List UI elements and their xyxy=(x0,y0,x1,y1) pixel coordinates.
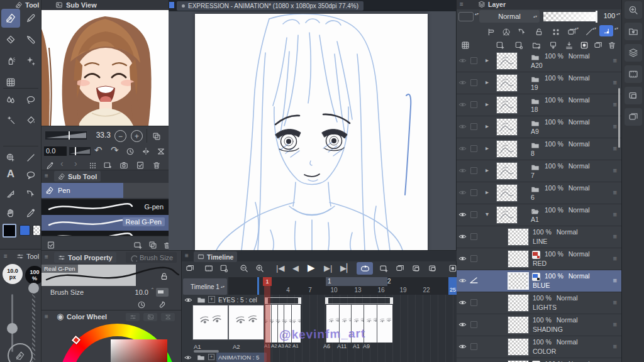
lock-layer-icon[interactable] xyxy=(532,25,546,39)
layer-menu-icon[interactable]: ≡ xyxy=(613,123,617,130)
animation-panel-icon[interactable] xyxy=(625,65,642,83)
layer-checkbox[interactable] xyxy=(470,343,477,350)
layer-property-panel-icon[interactable] xyxy=(625,108,642,126)
sub-view-panel-header[interactable]: Sub View xyxy=(42,0,169,10)
layer-thumbnail[interactable] xyxy=(496,184,518,202)
layer-checkbox[interactable] xyxy=(470,145,477,152)
brush-size-indicator[interactable]: 10.0px xyxy=(3,264,23,284)
layer-row[interactable]: ▸ 100 %Normal 18 ≡ xyxy=(457,94,621,116)
layer-thumbnail[interactable] xyxy=(496,52,518,70)
chevron-right-icon[interactable]: ▸ xyxy=(486,123,489,129)
rotate-right-icon[interactable]: ↷ xyxy=(111,145,119,156)
opacity-slider-knob[interactable] xyxy=(28,283,39,293)
canvas[interactable] xyxy=(195,14,428,250)
subview-switch-icon[interactable] xyxy=(150,129,164,143)
rotate-value[interactable]: 0.0 xyxy=(44,146,67,156)
expand-track-icon[interactable]: + xyxy=(208,296,215,303)
quick-search-panel-icon[interactable] xyxy=(625,1,642,19)
layer-visibility-eye[interactable] xyxy=(458,123,467,131)
layer-checkbox[interactable] xyxy=(470,167,477,174)
layer-menu-icon[interactable]: ≡ xyxy=(613,79,617,86)
layer-checkbox[interactable] xyxy=(470,79,477,86)
text-tool[interactable]: A xyxy=(4,167,18,181)
layer-thumbnail[interactable] xyxy=(508,272,529,290)
layer-stack-panel-icon[interactable] xyxy=(625,44,642,62)
brush-size-slider-widget[interactable] xyxy=(156,288,169,297)
brush-size-tab[interactable]: Brush Size xyxy=(126,252,177,263)
color-wheel-widget[interactable] xyxy=(42,322,181,362)
timeline-zoom-out-icon[interactable] xyxy=(240,264,248,273)
new-timeline-icon[interactable] xyxy=(204,264,213,273)
layer-row[interactable]: 100 %Normal LIGHTS ≡ xyxy=(457,292,621,314)
layer-visibility-eye[interactable] xyxy=(458,211,467,219)
layer-thumbnail[interactable] xyxy=(496,162,518,180)
layer-thumbnail[interactable] xyxy=(508,250,529,268)
eyedropper-tool[interactable] xyxy=(24,206,38,220)
cel-bank-panel-icon[interactable] xyxy=(625,87,642,104)
sub-tool-item-real-gpen[interactable]: Real G-Pen xyxy=(42,215,169,231)
layer-thumbnail[interactable] xyxy=(508,228,529,246)
opacity-value[interactable]: 100 xyxy=(600,12,615,19)
opacity-slider[interactable] xyxy=(543,12,597,21)
expand-track-icon[interactable]: + xyxy=(208,354,214,360)
layer-thumbnail[interactable] xyxy=(496,206,518,224)
move-hand-tool[interactable] xyxy=(4,206,18,220)
pencil-tool[interactable] xyxy=(24,11,38,25)
layer-checkbox[interactable] xyxy=(470,255,477,262)
layer-visibility-eye[interactable] xyxy=(458,299,467,307)
last-frame-button[interactable]: ▶▏ xyxy=(340,264,353,272)
layer-menu-icon[interactable]: ≡ xyxy=(613,299,617,306)
layer-checkbox[interactable] xyxy=(470,189,477,196)
layer-row[interactable]: 100 %Normal COLOR ≡ xyxy=(457,336,621,358)
sub-tool-item-partial[interactable] xyxy=(42,231,169,236)
saturation-value-square[interactable] xyxy=(111,339,167,362)
chevron-right-icon[interactable]: ▸ xyxy=(486,57,489,63)
chevron-right-icon[interactable]: ▸ xyxy=(486,167,489,173)
sub-tool-tab[interactable]: Sub Tool xyxy=(54,171,101,182)
layer-row[interactable]: 100 %Normal SHADING ≡ xyxy=(457,314,621,336)
brush-size-value[interactable]: 10.0 xyxy=(130,288,148,296)
rotate-slider[interactable] xyxy=(69,147,91,155)
layer-checkbox[interactable] xyxy=(470,211,477,218)
layer-row[interactable]: 100 %Normal RED ≡ xyxy=(457,248,621,270)
layer-checkbox[interactable] xyxy=(470,123,477,130)
layer-checkbox[interactable] xyxy=(470,57,477,64)
layer-checkbox[interactable] xyxy=(470,101,477,108)
mask-spinner[interactable]: ▴▾ xyxy=(575,27,579,30)
track-label-eyes[interactable]: EYES : 5 : cel xyxy=(218,297,257,304)
layer-row[interactable]: 100 %Normal LINE ≡ xyxy=(457,226,621,248)
layer-visibility-eye[interactable] xyxy=(458,321,467,329)
layer-menu-icon[interactable]: ≡ xyxy=(613,277,617,284)
layer-thumbnail[interactable] xyxy=(496,96,518,114)
layer-menu-icon[interactable]: ≡ xyxy=(613,101,617,108)
layer-visibility-eye[interactable] xyxy=(458,101,467,109)
layer-visibility-eye[interactable] xyxy=(458,167,467,175)
layer-menu-icon[interactable]: ≡ xyxy=(613,145,617,152)
tool-property-menu-icon[interactable]: ≡ xyxy=(45,254,48,260)
first-frame-button[interactable]: |◀ xyxy=(276,264,284,272)
timeline-menu-icon[interactable]: ≡ xyxy=(185,253,189,259)
layer-row[interactable]: ▸ 100 %Normal 19 ≡ xyxy=(457,72,621,94)
layer-menu-icon[interactable]: ≡ xyxy=(613,255,617,262)
balloon-tool[interactable] xyxy=(24,168,38,182)
ruler-spinner[interactable]: ▴▾ xyxy=(592,27,596,30)
enable-keyframes-icon[interactable] xyxy=(499,25,513,39)
polyline-tool[interactable] xyxy=(4,187,18,201)
chevron-right-icon[interactable]: ▸ xyxy=(486,145,489,151)
layer-visibility-eye[interactable] xyxy=(458,255,467,263)
zoom-out-button[interactable]: − xyxy=(114,130,126,142)
blend-mode-dropdown[interactable]: Normal ▴▾ xyxy=(479,10,540,23)
layer-checkbox[interactable] xyxy=(470,233,477,240)
chevron-right-icon[interactable]: ▸ xyxy=(486,189,489,195)
blend-tool[interactable] xyxy=(4,93,18,107)
onion-skin-icon[interactable] xyxy=(412,264,421,273)
track-visibility-eye[interactable] xyxy=(184,354,192,361)
quick-access-menu-icon[interactable]: ≡ xyxy=(4,253,8,260)
chevron-right-icon[interactable]: ▸ xyxy=(486,79,489,85)
set-as-editing-target-icon[interactable] xyxy=(599,25,613,36)
layer-visibility-eye[interactable] xyxy=(458,57,467,65)
layer-menu-icon[interactable]: ≡ xyxy=(613,211,617,218)
rotate-left-icon[interactable]: ↶ xyxy=(94,145,103,156)
layer-menu-icon[interactable]: ≡ xyxy=(613,233,617,240)
cel-settings-icon[interactable] xyxy=(428,264,437,273)
